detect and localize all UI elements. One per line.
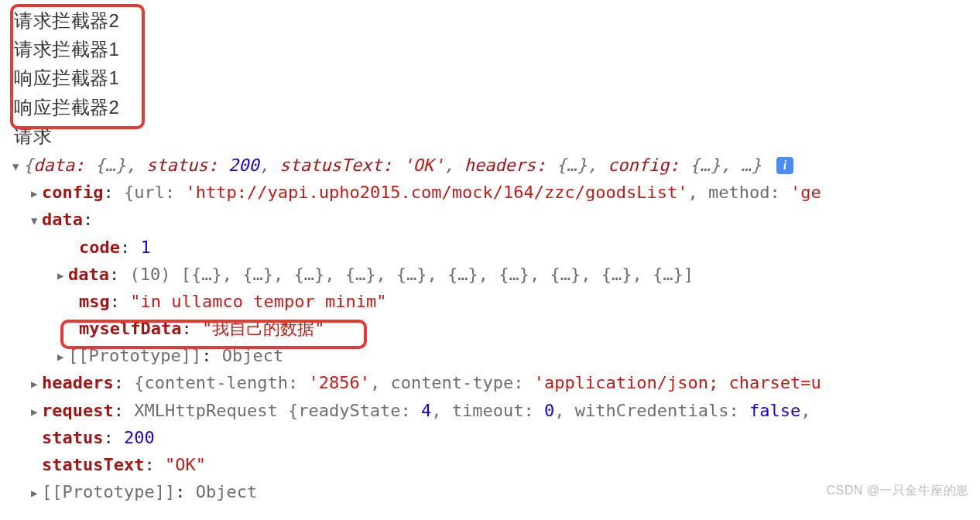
headers-row[interactable]: ▶headers: {content-length: '2856', conte… — [12, 369, 980, 396]
chevron-right-icon[interactable]: ▶ — [57, 348, 68, 365]
object-inspector: ▼{data: {…}, status: 200, statusText: 'O… — [0, 150, 980, 505]
chevron-right-icon[interactable]: ▶ — [31, 403, 42, 420]
watermark: CSDN @一只金牛座的崽 — [826, 483, 969, 499]
chevron-right-icon[interactable]: ▶ — [31, 185, 42, 202]
log-line: 请求 — [14, 121, 980, 150]
chevron-right-icon[interactable]: ▶ — [31, 484, 42, 501]
chevron-down-icon[interactable]: ▼ — [31, 212, 42, 229]
myselfdata-row[interactable]: myselfData: "我自己的数据" — [12, 315, 980, 342]
msg-row[interactable]: msg: "in ullamco tempor minim" — [12, 288, 980, 315]
chevron-right-icon[interactable]: ▶ — [57, 267, 68, 284]
object-summary-row[interactable]: ▼{data: {…}, status: 200, statusText: 'O… — [12, 152, 980, 179]
info-icon[interactable]: i — [776, 157, 793, 174]
statustext-row[interactable]: statusText: "OK" — [12, 451, 980, 478]
log-line: 请求拦截器2 — [14, 6, 980, 35]
log-line: 请求拦截器1 — [14, 35, 980, 63]
code-row[interactable]: code: 1 — [12, 234, 980, 261]
chevron-down-icon[interactable]: ▼ — [12, 158, 23, 175]
log-line: 响应拦截器2 — [14, 93, 980, 121]
console-log-list: 请求拦截器2 请求拦截器1 响应拦截器1 响应拦截器2 请求 — [0, 0, 980, 150]
data-row[interactable]: ▼data: — [12, 206, 980, 233]
prototype-row[interactable]: ▶[[Prototype]]: Object — [12, 342, 980, 369]
status-row[interactable]: status: 200 — [12, 424, 980, 451]
chevron-right-icon[interactable]: ▶ — [31, 375, 42, 392]
config-row[interactable]: ▶config: {url: 'http://yapi.upho2015.com… — [12, 179, 980, 206]
request-row[interactable]: ▶request: XMLHttpRequest {readyState: 4,… — [12, 397, 980, 424]
inner-data-row[interactable]: ▶data: (10) [{…}, {…}, {…}, {…}, {…}, {…… — [12, 261, 980, 288]
log-line: 响应拦截器1 — [14, 63, 980, 92]
